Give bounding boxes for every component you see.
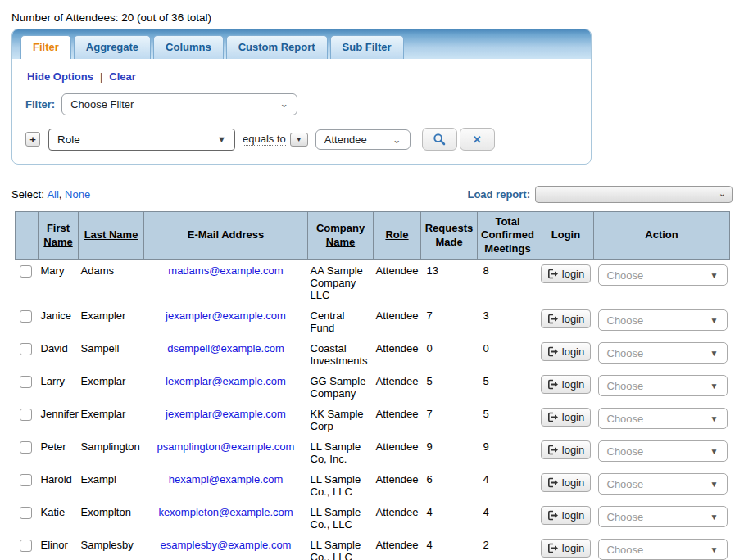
tab-bar: FilterAggregateColumnsCustom ReportSub F… [12,29,591,59]
operator-select[interactable]: ▼ [290,133,308,147]
login-button[interactable]: login [541,342,591,361]
panel-links-row: Hide Options|Clear [27,70,578,83]
action-select[interactable]: Choose ▼ [598,473,728,495]
first-name-header[interactable]: First Name [43,222,72,247]
tab-custom-report[interactable]: Custom Report [226,35,328,59]
field-select-value: Role [57,133,80,146]
last-name-cell: Sampell [79,337,144,370]
choose-filter-select[interactable]: Choose Filter ⌄ [61,93,297,115]
close-icon: ✕ [473,133,482,146]
login-button[interactable]: login [541,375,591,394]
dropdown-arrow-icon: ▼ [217,134,226,144]
row-checkbox[interactable] [20,540,32,552]
action-select[interactable]: Choose ▼ [598,408,728,429]
action-select[interactable]: Choose ▼ [598,375,728,396]
row-checkbox[interactable] [20,474,32,486]
company-cell: KK Sample Corp [308,403,374,436]
login-icon [547,510,559,521]
tab-filter[interactable]: Filter [20,35,71,59]
value-select[interactable]: Attendee ⌄ [315,129,411,150]
link-separator: | [100,70,102,83]
login-icon [547,477,559,488]
role-cell: Attendee [374,370,421,403]
last-name-cell: Exomplton [79,501,144,534]
clear-link[interactable]: Clear [109,70,136,83]
table-row: Katie Exomplton kexompleton@example.com … [16,501,730,534]
action-select[interactable]: Choose ▼ [598,440,728,462]
login-button[interactable]: login [541,539,591,558]
role-header[interactable]: Role [385,228,408,241]
role-cell: Attendee [374,436,421,468]
action-select[interactable]: Choose ▼ [598,342,728,364]
action-select[interactable]: Choose ▼ [598,539,728,560]
action-header: Action [594,212,730,260]
filter-panel: FilterAggregateColumnsCustom ReportSub F… [11,29,592,165]
email-link[interactable]: hexampl@example.com [169,473,284,485]
company-name-header[interactable]: Company Name [316,222,365,247]
tab-columns[interactable]: Columns [153,35,224,59]
attendee-table-body: Mary Adams madams@example.com AA Sample … [16,260,730,560]
load-report-select[interactable]: ⌄ [535,186,733,203]
confirmed-meetings-cell: 9 [478,436,538,468]
role-cell: Attendee [374,305,421,337]
requests-made-cell: 5 [421,370,478,403]
login-icon [547,445,559,455]
table-row: Mary Adams madams@example.com AA Sample … [16,260,730,305]
email-link[interactable]: kexompleton@example.com [158,506,293,518]
login-button[interactable]: login [541,309,591,328]
action-select-value: Choose [607,511,644,523]
login-icon [547,346,559,357]
login-button[interactable]: login [541,264,591,283]
action-select-value: Choose [607,269,644,282]
login-button[interactable]: login [541,506,591,525]
company-cell: LL Sample Co., LLC [308,501,374,534]
confirmed-meetings-cell: 0 [478,337,538,370]
row-checkbox[interactable] [20,265,32,278]
email-link[interactable]: madams@example.com [168,264,283,277]
row-checkbox[interactable] [20,343,32,355]
last-name-header[interactable]: Last Name [84,228,138,241]
email-link[interactable]: psamplington@example.com [157,440,295,453]
select-none-link[interactable]: None [65,188,90,201]
last-name-cell: Exemplar [79,403,144,436]
row-checkbox[interactable] [20,409,32,421]
dropdown-arrow-icon: ▼ [710,347,719,359]
filter-condition-row: + Role ▼ equals to ▼ Attendee ⌄ [25,128,578,151]
clear-filter-button[interactable]: ✕ [460,128,495,151]
email-link[interactable]: lexemplar@example.com [166,375,286,387]
email-link[interactable]: dsempell@example.com [167,342,284,355]
first-name-cell: Peter [39,436,79,468]
requests-made-cell: 9 [421,436,478,468]
last-name-cell: Exampl [79,468,144,501]
action-select[interactable]: Choose ▼ [598,506,728,527]
attendee-table: First Name Last Name E-Mail Address Comp… [15,211,730,560]
row-checkbox[interactable] [20,376,32,388]
last-name-cell: Samplington [79,436,144,468]
action-select[interactable]: Choose ▼ [598,309,728,331]
page-title: Number of Attendees: 20 (out of 36 total… [11,11,733,24]
chevron-down-icon: ⌄ [719,188,726,199]
field-select[interactable]: Role ▼ [48,129,235,151]
role-cell: Attendee [374,337,421,370]
add-condition-button[interactable]: + [25,132,40,147]
row-checkbox[interactable] [20,441,32,454]
first-name-cell: Jennifer [39,403,79,436]
login-icon [547,412,559,422]
email-link[interactable]: jexampler@example.com [166,309,286,322]
attendee-table-header: First Name Last Name E-Mail Address Comp… [16,212,730,260]
dropdown-arrow-icon: ▼ [710,445,719,458]
login-button[interactable]: login [541,408,591,427]
select-all-link[interactable]: All [47,188,58,201]
email-link[interactable]: jexemplar@example.com [166,408,286,420]
hide-options-link[interactable]: Hide Options [27,70,93,83]
login-icon [547,269,559,279]
tab-sub-filter[interactable]: Sub Filter [330,35,404,59]
login-button[interactable]: login [541,473,591,492]
email-link[interactable]: esamplesby@example.com [161,539,292,551]
login-button[interactable]: login [541,440,591,459]
search-button[interactable] [422,128,457,151]
row-checkbox[interactable] [20,310,32,323]
row-checkbox[interactable] [20,507,32,519]
action-select[interactable]: Choose ▼ [598,264,728,286]
tab-aggregate[interactable]: Aggregate [74,35,151,59]
